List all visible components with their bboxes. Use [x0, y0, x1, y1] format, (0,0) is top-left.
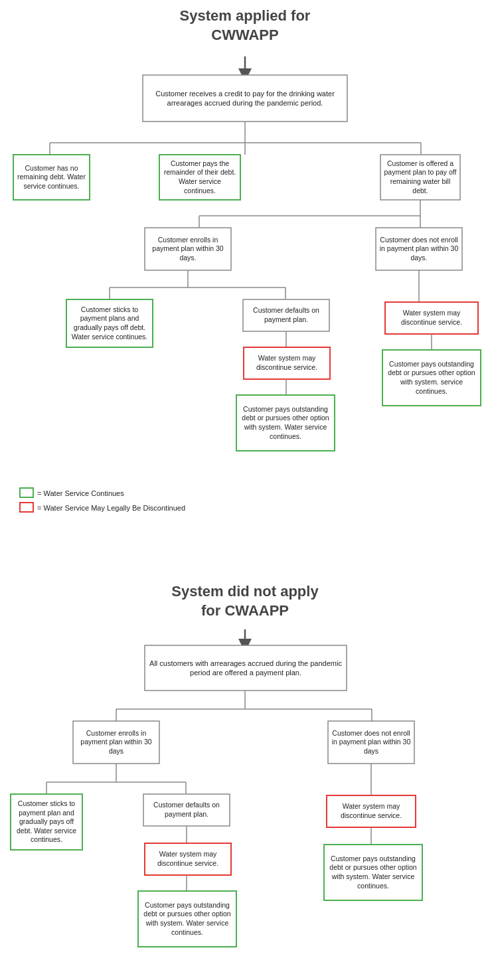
svg-rect-30 — [20, 488, 33, 497]
diagram1: System applied forCWWAPP Customer receiv… — [0, 7, 490, 569]
page: System applied forCWWAPP Customer receiv… — [0, 0, 490, 980]
diagram2: System did not applyfor CWAAPP All custo… — [0, 582, 490, 980]
diagram2-svg: All customers with arrearages accrued du… — [0, 625, 490, 980]
diagram2-title: System did not applyfor CWAAPP — [0, 582, 490, 620]
svg-text:= Water Service Continues: = Water Service Continues — [37, 489, 124, 497]
svg-rect-32 — [20, 503, 33, 512]
svg-text:= Water Service May Legally Be: = Water Service May Legally Be Discontin… — [37, 504, 185, 512]
diagram1-title: System applied forCWWAPP — [0, 7, 490, 44]
diagram1-svg: Customer receives a credit to pay for th… — [0, 50, 490, 568]
